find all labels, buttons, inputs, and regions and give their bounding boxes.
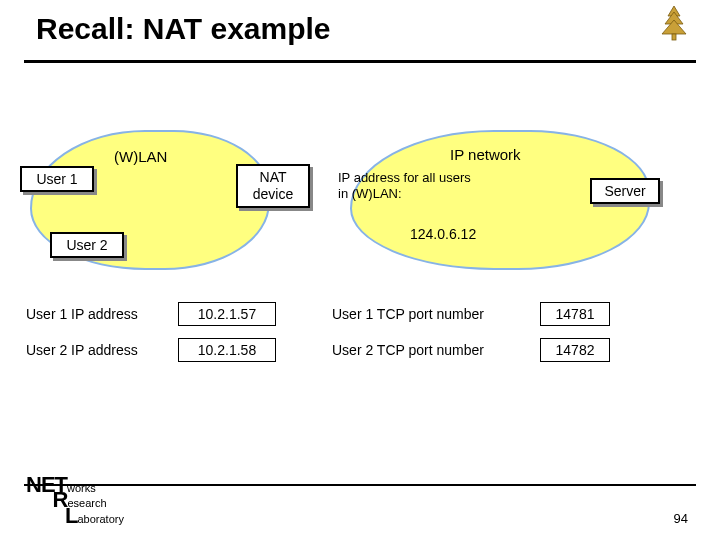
logo-l: L <box>65 506 77 526</box>
svg-marker-2 <box>662 20 686 34</box>
user2-ip-value: 10.2.1.58 <box>178 338 276 362</box>
user2-ip-label: User 2 IP address <box>26 342 178 358</box>
nat-ip-description: IP address for all users in (W)LAN: <box>338 170 538 203</box>
user1-ip-value: 10.2.1.57 <box>178 302 276 326</box>
logo-aboratory: aboratory <box>77 515 123 525</box>
address-table: User 1 IP address 10.2.1.57 User 1 TCP p… <box>26 296 610 368</box>
user1-ip-label: User 1 IP address <box>26 306 178 322</box>
table-row: User 2 IP address 10.2.1.58 User 2 TCP p… <box>26 332 610 368</box>
wlan-cloud-label: (W)LAN <box>114 148 167 165</box>
server-box: Server <box>590 178 660 204</box>
ip-network-cloud-label: IP network <box>450 146 521 163</box>
nat-device-box: NAT device <box>236 164 310 208</box>
title-divider <box>24 60 696 63</box>
slide-title: Recall: NAT example <box>36 12 331 46</box>
nat-label-line2: device <box>253 186 293 203</box>
user2-port-label: User 2 TCP port number <box>332 342 540 358</box>
user1-box: User 1 <box>20 166 94 192</box>
logo-works: works <box>67 484 96 494</box>
table-row: User 1 IP address 10.2.1.57 User 1 TCP p… <box>26 296 610 332</box>
svg-rect-3 <box>672 34 676 40</box>
nat-diagram: (W)LAN IP network User 1 User 2 NAT devi… <box>20 120 700 320</box>
nat-ip-desc-line2: in (W)LAN: <box>338 186 538 202</box>
user1-port-label: User 1 TCP port number <box>332 306 540 322</box>
nat-ip-desc-line1: IP address for all users <box>338 170 538 186</box>
user2-port-value: 14782 <box>540 338 610 362</box>
nat-label-line1: NAT <box>253 169 293 186</box>
user1-port-value: 14781 <box>540 302 610 326</box>
tree-logo-icon <box>656 6 692 52</box>
netr-logo: NET works NE R esearch NET L aboratory <box>26 475 124 526</box>
footer-divider <box>24 484 696 486</box>
nat-public-ip: 124.0.6.12 <box>410 226 476 242</box>
user2-box: User 2 <box>50 232 124 258</box>
page-number: 94 <box>674 511 688 526</box>
